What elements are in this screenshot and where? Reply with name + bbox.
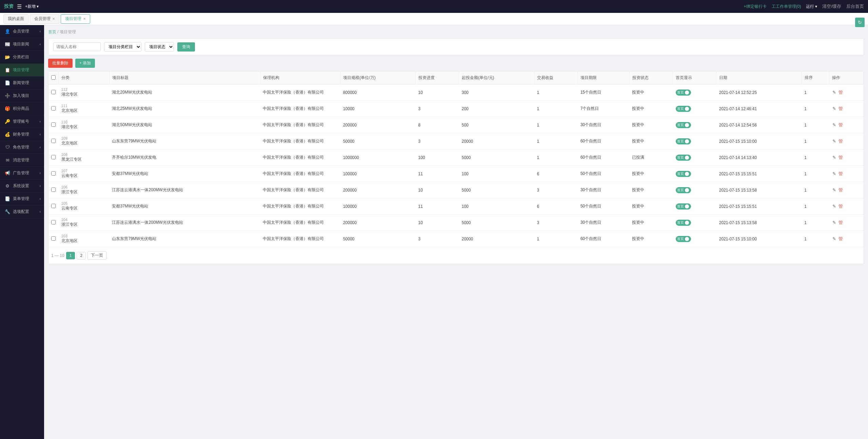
tab-member-mgmt[interactable]: 会员管理 ✕	[30, 14, 59, 24]
homepage-toggle-3[interactable]: 首页	[676, 138, 691, 144]
breadcrumb-home-link[interactable]: 首页	[48, 29, 56, 34]
row-homepage: 首页	[673, 182, 716, 198]
name-search-input[interactable]	[53, 42, 101, 51]
homepage-toggle-6[interactable]: 首页	[676, 187, 691, 193]
delete-button-2[interactable]: 管	[838, 121, 844, 129]
row-checkbox-1[interactable]	[51, 106, 56, 111]
row-progress: 3	[416, 101, 459, 117]
row-ops: ✎ 管	[829, 101, 863, 117]
page-2-button[interactable]: 2	[77, 252, 86, 259]
tab-close-member[interactable]: ✕	[52, 17, 55, 21]
row-checkbox-6[interactable]	[51, 187, 56, 192]
homepage-toggle-8[interactable]: 首页	[676, 220, 691, 226]
sidebar-item-option[interactable]: 🔧 选项配置 ‹	[0, 205, 44, 218]
homepage-toggle-4[interactable]: 首页	[676, 155, 691, 161]
row-checkbox-7[interactable]	[51, 204, 56, 208]
tab-close-project[interactable]: ✕	[83, 17, 86, 21]
sidebar-item-project-news[interactable]: 📰 项目新闻 ‹	[0, 38, 44, 51]
sidebar-item-join-project[interactable]: ➕ 加入项目	[0, 89, 44, 102]
row-checkbox-8[interactable]	[51, 220, 56, 224]
batch-delete-button[interactable]: 批量删除	[48, 59, 73, 68]
edit-button-5[interactable]: ✎	[832, 171, 837, 177]
sidebar-item-role[interactable]: 🛡 角色管理 ‹	[0, 141, 44, 154]
row-checkbox-0[interactable]	[51, 90, 56, 94]
sidebar-item-member[interactable]: 👤 会员管理 ‹	[0, 25, 44, 38]
edit-button-8[interactable]: ✎	[832, 219, 837, 226]
select-all-checkbox[interactable]	[51, 75, 56, 80]
edit-button-1[interactable]: ✎	[832, 105, 837, 112]
delete-button-7[interactable]: 管	[838, 203, 844, 210]
category-select[interactable]: 项目分类栏目 湖北专区 北京地区 黑龙江专区 云南专区 浙江专区	[104, 42, 141, 52]
row-checkbox-2[interactable]	[51, 122, 56, 127]
homepage-toggle-0[interactable]: 首页	[676, 89, 691, 96]
sidebar-item-finance[interactable]: 💰 财务管理 ‹	[0, 128, 44, 141]
homepage-toggle-2[interactable]: 首页	[676, 122, 691, 128]
edit-button-0[interactable]: ✎	[832, 89, 837, 96]
row-title: 湖北20MW光伏发电站	[109, 84, 260, 101]
edit-button-7[interactable]: ✎	[832, 203, 837, 209]
refresh-button[interactable]: ↻	[855, 18, 865, 27]
points-icon: 🎁	[5, 106, 10, 111]
row-progress: 3	[416, 231, 459, 247]
add-bank-link[interactable]: +绑定银行卡	[744, 4, 767, 9]
edit-button-3[interactable]: ✎	[832, 138, 837, 144]
delete-button-4[interactable]: 管	[838, 154, 844, 161]
homepage-toggle-1[interactable]: 首页	[676, 106, 691, 112]
row-checkbox-4[interactable]	[51, 155, 56, 159]
row-period: 50个自然日	[578, 198, 630, 215]
edit-button-6[interactable]: ✎	[832, 187, 837, 193]
tab-project-mgmt[interactable]: 项目管理 ✕	[61, 14, 90, 24]
sidebar-item-project-mgmt[interactable]: 📋 项目管理	[0, 64, 44, 77]
search-button[interactable]: 查询	[177, 42, 195, 52]
row-category: 云南专区	[61, 173, 107, 179]
sidebar-item-points[interactable]: 🎁 积分商品	[0, 102, 44, 115]
delete-button-9[interactable]: 管	[838, 235, 844, 243]
row-checkbox-9[interactable]	[51, 236, 56, 241]
delete-button-3[interactable]: 管	[838, 138, 844, 145]
backend-home-button[interactable]: 后台首页	[846, 3, 864, 9]
row-id: 110	[61, 120, 107, 124]
table-row: 110 湖北专区 湖北50MW光伏发电站 中国太平洋保险（香港）有限公司 200…	[48, 117, 864, 133]
delete-button-8[interactable]: 管	[838, 219, 844, 226]
sidebar-item-menu-mgmt[interactable]: 📑 菜单管理 ‹	[0, 193, 44, 205]
row-homepage: 首页	[673, 101, 716, 117]
sidebar-item-account[interactable]: 🔑 管理账号 ‹	[0, 115, 44, 128]
work-order-link[interactable]: 工工作单管理(0)	[772, 4, 801, 9]
user-menu[interactable]: 运行 ▾	[806, 4, 817, 9]
toggle-circle-icon	[685, 237, 689, 241]
homepage-toggle-9[interactable]: 首页	[676, 236, 691, 242]
toggle-circle-icon	[685, 123, 689, 127]
tab-my-desk[interactable]: 我的桌面	[3, 14, 28, 24]
clear-cache-button[interactable]: 清空/缓存	[822, 3, 841, 9]
delete-button-6[interactable]: 管	[838, 186, 844, 194]
sidebar-item-news-mgmt[interactable]: 📄 新闻管理	[0, 77, 44, 89]
row-institution: 中国太平洋保险（香港）有限公司	[260, 101, 340, 117]
row-ops: ✎ 管	[829, 166, 863, 182]
row-id: 104	[61, 218, 107, 222]
new-button[interactable]: +新增 ▾	[25, 4, 39, 9]
edit-button-2[interactable]: ✎	[832, 122, 837, 128]
menu-toggle-button[interactable]: ☰	[17, 3, 22, 10]
row-checkbox-3[interactable]	[51, 139, 56, 143]
sidebar-item-message[interactable]: ✉ 消息管理	[0, 154, 44, 167]
sidebar-item-system[interactable]: ⚙ 系统设置 ‹	[0, 180, 44, 193]
row-min-invest: 500	[459, 117, 534, 133]
row-checkbox-5[interactable]	[51, 171, 56, 176]
sidebar-item-category[interactable]: 📂 分类栏目	[0, 51, 44, 64]
next-page-button[interactable]: 下一页	[87, 251, 106, 260]
page-1-button[interactable]: 1	[66, 252, 75, 259]
edit-button-4[interactable]: ✎	[832, 154, 837, 161]
sidebar-item-ads[interactable]: 📢 广告管理 ‹	[0, 167, 44, 180]
delete-button-5[interactable]: 管	[838, 170, 844, 178]
homepage-toggle-7[interactable]: 首页	[676, 203, 691, 209]
delete-button-0[interactable]: 管	[838, 89, 844, 96]
row-scale: 800000	[340, 84, 416, 101]
add-button[interactable]: + 添加	[75, 59, 95, 68]
homepage-toggle-5[interactable]: 首页	[676, 171, 691, 177]
row-period: 60个自然日	[578, 133, 630, 149]
option-arrow-icon: ‹	[40, 210, 41, 214]
ads-icon: 📢	[5, 171, 10, 176]
status-select[interactable]: 项目状态 投资中 已投满	[145, 42, 174, 52]
delete-button-1[interactable]: 管	[838, 105, 844, 113]
edit-button-9[interactable]: ✎	[832, 236, 837, 242]
